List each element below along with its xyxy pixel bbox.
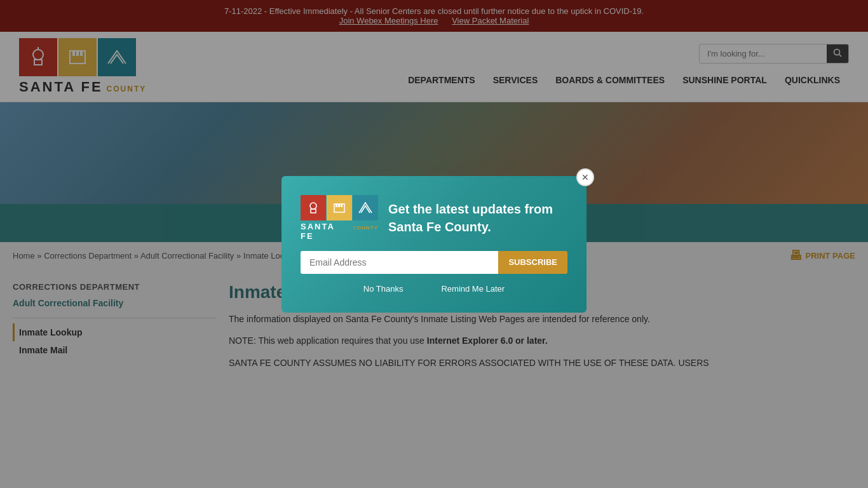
svg-rect-12: [336, 204, 337, 207]
modal-logo-red: [301, 195, 326, 220]
svg-rect-14: [341, 204, 342, 207]
modal-links: No Thanks Remind Me Later: [301, 284, 567, 294]
modal-overlay: ✕: [0, 0, 868, 460]
modal-title: Get the latest updates from Santa Fe Cou…: [388, 200, 567, 236]
modal-close-button[interactable]: ✕: [576, 168, 594, 186]
modal-logo-text: SANTA FE: [301, 222, 351, 241]
modal-logo-yellow: [327, 195, 352, 220]
modal-logo-county: COUNTY: [353, 225, 378, 231]
modal-subscribe-button[interactable]: SUBSCRIBE: [498, 251, 567, 274]
modal-remind-later-link[interactable]: Remind Me Later: [441, 284, 505, 294]
modal-no-thanks-link[interactable]: No Thanks: [363, 284, 403, 294]
modal-logo-teal: [353, 195, 378, 220]
modal-header: SANTA FE COUNTY Get the latest updates f…: [301, 195, 567, 241]
modal-email-input[interactable]: [301, 251, 498, 274]
svg-rect-10: [311, 209, 316, 213]
modal: ✕: [281, 176, 587, 313]
svg-point-9: [310, 203, 316, 209]
modal-logo: SANTA FE COUNTY: [301, 195, 378, 241]
svg-rect-13: [338, 204, 340, 207]
modal-form: SUBSCRIBE: [301, 251, 567, 274]
